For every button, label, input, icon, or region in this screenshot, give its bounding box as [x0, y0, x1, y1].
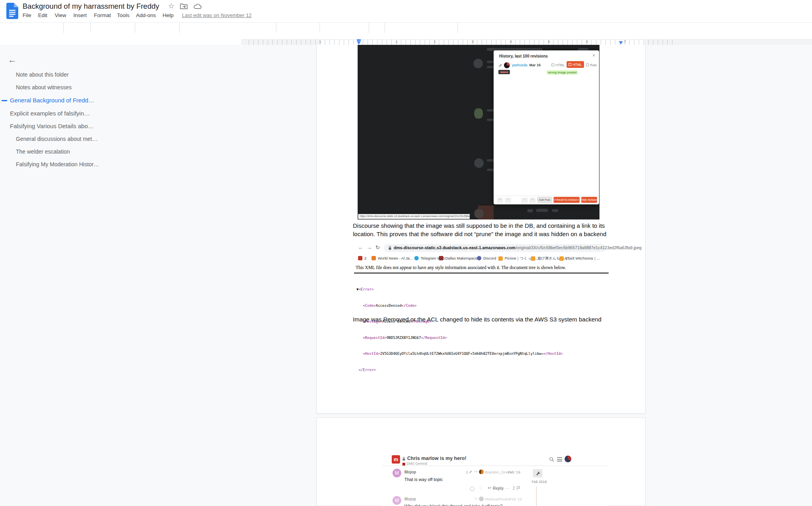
search-icon[interactable]: [549, 457, 554, 462]
favicon: [498, 256, 503, 261]
menu-edit[interactable]: Edit: [38, 12, 47, 18]
ruler-number: 5: [548, 40, 550, 44]
browser-url-text: dms-discourse-static.s3.dualstack.us-eas…: [394, 245, 642, 250]
star-icon[interactable]: ☆: [168, 2, 174, 10]
ruler-number: 2: [434, 40, 436, 44]
xml-tree: ▼<Error> <Code>AccessDenied</Code> <Mess…: [356, 276, 563, 383]
dimmed-post-avatar: [474, 209, 484, 218]
revision-pencil-icon: [498, 63, 502, 67]
browser-reload-icon: ↻: [375, 244, 380, 250]
docs-logo-icon[interactable]: [6, 3, 18, 19]
post-author[interactable]: Mojop: [404, 470, 416, 474]
dimmed-post-avatar: [474, 108, 483, 119]
revision-last-button[interactable]: »: [529, 198, 536, 203]
menu-tools[interactable]: Tools: [117, 12, 130, 18]
cloud-status-icon[interactable]: [193, 3, 202, 9]
view-mode-html-side-button[interactable]: HTML: [567, 61, 584, 68]
menu-file[interactable]: File: [23, 12, 31, 18]
reaction-icon[interactable]: [470, 487, 475, 491]
favicon: [358, 256, 362, 260]
timeline-date: Feb 2019: [532, 480, 547, 484]
outline-item-general-background[interactable]: General Background of Fredd…: [10, 97, 94, 104]
via-avatar: [479, 496, 484, 501]
menu-help[interactable]: Help: [163, 12, 174, 18]
reply-button[interactable]: Reply: [493, 486, 504, 491]
bookmark-item: 2: [358, 256, 366, 260]
embedded-image-s3-error[interactable]: ← → ↻ dms-discourse-static.s3.dualstack.…: [354, 242, 609, 311]
admin-wrench-button[interactable]: [533, 469, 542, 477]
edit-post-button[interactable]: Edit Post: [537, 197, 552, 203]
menu-insert[interactable]: Insert: [73, 12, 87, 18]
xml-line: <Code>AccessDenied</Code>: [356, 303, 563, 309]
view-mode-raw[interactable]: Raw: [586, 63, 597, 67]
url-host: dms-discourse-static.s3.dualstack.us-eas…: [394, 245, 515, 250]
bookmark-item: Pbelt Witchsona｜...: [559, 256, 600, 261]
toolbar: ↶ ↷ 100% Heading 2 Arial − 16 + B I U A: [0, 23, 812, 39]
left-margin-marker[interactable]: [357, 41, 361, 44]
ruler-number: 7: [624, 40, 626, 44]
embedded-image-revision-history[interactable]: History, last 100 revisions × yashoeda M…: [358, 45, 599, 219]
revision-first-button[interactable]: «: [497, 198, 503, 203]
menu-addons[interactable]: Add-ons: [136, 12, 156, 18]
doc-paragraph[interactable]: location. This proves that the software …: [353, 231, 606, 237]
outline-item-falsifying-details[interactable]: Falsifying Various Details abo…: [10, 123, 94, 129]
close-outline-button[interactable]: ←: [8, 55, 17, 65]
menu-view[interactable]: View: [55, 12, 66, 18]
ruler-number: 4: [510, 40, 512, 44]
post-avatar[interactable]: M: [393, 496, 401, 505]
move-folder-icon[interactable]: [180, 3, 188, 9]
status-url-tooltip: https://dms-discourse-static.s3.dualstac…: [358, 214, 470, 219]
outline-item-moderation-history[interactable]: Falsifying My Moderation Histor…: [16, 161, 99, 167]
like-heart-icon[interactable]: ♡: [479, 485, 483, 491]
post-author[interactable]: Mojop: [404, 497, 416, 501]
discourse-site-logo: m: [392, 455, 400, 464]
xml-line: ▼<Error>: [356, 287, 563, 292]
editor-username-link[interactable]: yashoeda: [512, 63, 527, 67]
doc-title[interactable]: Background of my harrassment by Freddy: [23, 2, 159, 11]
outline-item-notes-witnesses[interactable]: Notes about witnesses: [16, 84, 72, 90]
via-avatar: [479, 469, 484, 474]
ruler[interactable]: [241, 39, 812, 45]
last-edit-link[interactable]: Last edit was on November 12: [182, 12, 252, 18]
edited-pencil-icon: [469, 470, 472, 473]
timeline-line[interactable]: [536, 486, 537, 506]
modal-close-icon[interactable]: ×: [592, 53, 595, 58]
via-user[interactable]: MelissaRhodes: [485, 497, 511, 501]
user-avatar[interactable]: [565, 456, 571, 462]
revision-next-button[interactable]: ›: [521, 198, 528, 203]
topic-lock-icon: [402, 457, 406, 461]
menu-format[interactable]: Format: [94, 12, 111, 18]
hamburger-menu-icon[interactable]: [557, 457, 562, 462]
outline-item-general-discussions[interactable]: General discussions about met…: [16, 136, 98, 142]
embedded-image-topic[interactable]: m Chris marlow is my hero! DMS General M…: [382, 454, 608, 506]
hide-revision-button[interactable]: Hide revision: [581, 197, 597, 203]
revert-revision-button[interactable]: ↺Revert to revision 1: [553, 197, 580, 203]
xml-line: </Error>: [356, 367, 563, 373]
favicon: [439, 256, 443, 260]
topic-title[interactable]: Chris marlow is my hero!: [407, 456, 466, 461]
ruler-number: 1: [319, 40, 321, 44]
outline-item-explicit-examples[interactable]: Explicit examples of falsifyin…: [10, 110, 90, 117]
outline-item-welder-escalation[interactable]: The welder escalation: [16, 148, 70, 155]
doc-paragraph[interactable]: Discourse showing that the image was sti…: [353, 222, 605, 229]
doc-paragraph[interactable]: Image was Removed or the ACL changed to …: [353, 316, 601, 323]
edit-count: 1: [466, 470, 468, 474]
post-avatar[interactable]: M: [393, 469, 401, 477]
post-date: Feb '19: [508, 470, 520, 474]
app-header: Background of my harrassment by Freddy ☆…: [0, 0, 812, 23]
outline-item-note-about-folder[interactable]: Note about this folder: [16, 71, 69, 78]
topic-category[interactable]: DMS General: [407, 462, 427, 466]
html-inline-checkbox-icon: [552, 63, 554, 66]
xml-style-note: This XML file does not appear to have an…: [356, 265, 566, 270]
category-badge: [402, 463, 405, 466]
reply-arrow-icon[interactable]: ↩: [488, 485, 491, 491]
view-mode-html-inline[interactable]: HTML: [552, 63, 565, 67]
flag-icon[interactable]: [517, 486, 520, 491]
xml-line: <HostId>2V5G3D46EyOYila5Lh4hqULtE72WkxhU…: [356, 351, 563, 357]
post-date: Feb '19: [509, 497, 522, 501]
revision-prev-button[interactable]: ‹: [505, 198, 511, 203]
editor-avatar[interactable]: [504, 62, 510, 68]
show-more-icon[interactable]: ⋯: [505, 486, 509, 491]
first-line-indent-marker[interactable]: [357, 39, 361, 41]
right-margin-marker[interactable]: [619, 41, 623, 44]
